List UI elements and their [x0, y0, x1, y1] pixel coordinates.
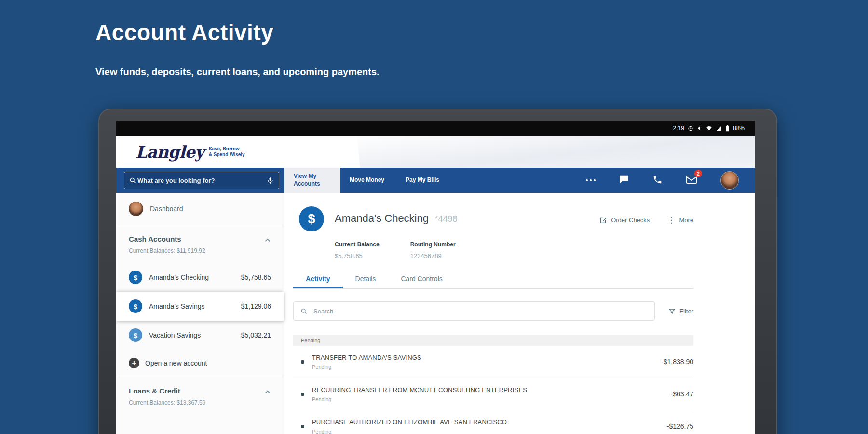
transaction-status: Pending [312, 429, 507, 434]
search-icon [129, 177, 136, 184]
sidebar-account-vacation-savings[interactable]: $ Vacation Savings $5,032.21 [116, 321, 284, 350]
global-search[interactable] [124, 172, 279, 189]
header-wave-decoration [462, 136, 755, 168]
transaction-marker-icon [301, 425, 304, 428]
account-name: Amanda's Checking [149, 273, 209, 281]
search-icon [300, 308, 308, 315]
transaction-amount: -$63.47 [671, 390, 693, 398]
filter-label: Filter [679, 308, 693, 315]
more-menu-icon[interactable] [586, 179, 596, 181]
dashboard-avatar [129, 202, 143, 216]
mute-icon [697, 125, 703, 131]
tab-card-controls[interactable]: Card Controls [388, 275, 455, 288]
dollar-icon: $ [129, 271, 142, 284]
status-bar: 2:19 88% [116, 121, 755, 136]
account-title: Amanda's Checking [335, 212, 429, 224]
account-detail-panel: $ Amanda's Checking *4498 Order Checks [284, 193, 755, 434]
dollar-icon: $ [129, 328, 142, 342]
transaction-marker-icon [301, 360, 304, 364]
signal-icon [716, 125, 722, 132]
tagline-line-1: Save, Borrow [209, 146, 245, 152]
transaction-status: Pending [312, 396, 527, 402]
open-new-account-label: Open a new account [145, 359, 207, 367]
sidebar-item-dashboard[interactable]: Dashboard [116, 193, 284, 225]
open-new-account-button[interactable]: + Open a new account [116, 350, 284, 377]
logo-tagline: Save, Borrow & Spend Wisely [209, 146, 245, 158]
transaction-row[interactable]: RECURRING TRANSFER FROM MCNUTT CONSULTIN… [293, 378, 693, 410]
transaction-marker-icon [301, 393, 304, 396]
account-summary: Current Balance $5,758.65 Routing Number… [335, 241, 693, 259]
transaction-name: TRANSFER TO AMANDA'S SAVINGS [312, 354, 421, 361]
transaction-row[interactable]: PURCHASE AUTHORIZED ON ELIZOMBIE AVE SAN… [293, 410, 693, 434]
user-avatar[interactable] [720, 171, 739, 190]
order-checks-button[interactable]: Order Checks [599, 217, 650, 224]
wifi-icon [706, 125, 712, 132]
dollar-icon: $ [129, 299, 142, 313]
dollar-icon: $ [299, 206, 324, 231]
routing-number-label: Routing Number [410, 241, 456, 248]
account-balance: $5,032.21 [241, 331, 271, 339]
phone-icon[interactable] [652, 175, 663, 187]
nav-tab-pay-my-bills[interactable]: Pay My Bills [396, 168, 452, 193]
nav-tab-label: View My Accounts [294, 173, 330, 188]
account-number-mask: *4498 [434, 214, 457, 224]
account-name: Amanda's Savings [149, 302, 205, 310]
nav-tab-label: Move Money [350, 176, 386, 184]
loans-credit-section-header: Loans & Credit Current Balances: $13,367… [116, 377, 284, 409]
filter-button[interactable]: Filter [668, 308, 693, 315]
plus-icon: + [129, 358, 139, 368]
transaction-name: RECURRING TRANSFER FROM MCNUTT CONSULTIN… [312, 386, 527, 393]
collapse-chevron-up-icon[interactable] [263, 236, 272, 244]
loans-credit-title: Loans & Credit [129, 387, 271, 395]
tablet-screen: 2:19 88% Langley Save, Borrow & Spend Wi… [116, 121, 755, 434]
tablet-frame: 2:19 88% Langley Save, Borrow & Spend Wi… [98, 108, 777, 434]
app-header: Langley Save, Borrow & Spend Wisely [116, 136, 755, 168]
more-button[interactable]: ⋮ More [667, 215, 693, 225]
sidebar-account-amandas-checking[interactable]: $ Amanda's Checking $5,758.65 [116, 263, 284, 292]
cash-accounts-list: $ Amanda's Checking $5,758.65 $ Amanda's… [116, 263, 284, 350]
nav-tab-move-money[interactable]: Move Money [340, 168, 396, 193]
nav-tab-label: Pay My Bills [406, 176, 442, 184]
transaction-amount: -$126.75 [667, 422, 693, 430]
collapse-chevron-up-icon[interactable] [263, 388, 272, 396]
loans-credit-balance: Current Balances: $13,367.59 [129, 399, 271, 409]
routing-number-value: 123456789 [410, 252, 456, 259]
order-checks-label: Order Checks [611, 217, 650, 224]
detail-tabs: Activity Details Card Controls [293, 275, 693, 289]
main-nav-bar: View My Accounts Move Money Pay My Bills [116, 168, 755, 193]
cash-accounts-title: Cash Accounts [129, 235, 271, 243]
global-search-input[interactable] [136, 176, 267, 185]
activity-search-row: Filter [293, 301, 693, 321]
activity-search[interactable] [293, 301, 655, 321]
transaction-row[interactable]: TRANSFER TO AMANDA'S SAVINGS Pending -$1… [293, 346, 693, 378]
account-header: $ Amanda's Checking *4498 Order Checks [293, 193, 693, 231]
current-balance-label: Current Balance [335, 241, 380, 248]
cash-accounts-balance: Current Balances: $11,919.92 [129, 247, 271, 257]
filter-icon [668, 308, 676, 315]
nav-tab-view-my-accounts[interactable]: View My Accounts [284, 168, 340, 193]
alarm-icon [688, 125, 693, 131]
transaction-name: PURCHASE AUTHORIZED ON ELIZOMBIE AVE SAN… [312, 419, 507, 426]
vertical-ellipsis-icon: ⋮ [667, 215, 675, 225]
marketing-screenshot: Account Activity View funds, deposits, c… [0, 0, 868, 434]
header-wave-decoration [357, 136, 755, 168]
page-subtitle: View funds, deposits, current loans, and… [95, 67, 380, 78]
account-actions: Order Checks ⋮ More [599, 206, 693, 225]
langley-logo[interactable]: Langley [136, 142, 204, 162]
account-name: Vacation Savings [149, 331, 201, 339]
more-label: More [679, 217, 693, 224]
microphone-icon[interactable] [267, 177, 274, 184]
dashboard-label: Dashboard [150, 205, 183, 213]
chat-icon[interactable] [619, 174, 629, 187]
activity-search-input[interactable] [312, 307, 648, 315]
mail-icon[interactable]: 2 [686, 174, 697, 187]
nav-search-area [116, 168, 284, 193]
tab-details[interactable]: Details [343, 275, 389, 288]
battery-percent: 88% [733, 125, 745, 132]
battery-icon [725, 125, 730, 132]
current-balance-value: $5,758.65 [335, 252, 380, 259]
tab-activity[interactable]: Activity [293, 275, 343, 288]
pending-section-header: Pending [293, 335, 693, 346]
sidebar-account-amandas-savings[interactable]: $ Amanda's Savings $1,129.06 [116, 292, 284, 321]
status-time: 2:19 [673, 125, 684, 132]
